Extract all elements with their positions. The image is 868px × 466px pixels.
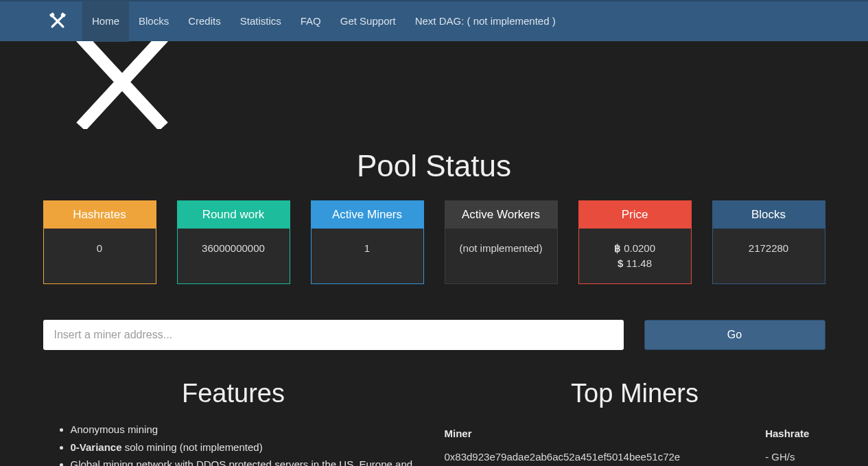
go-button[interactable]: Go: [644, 320, 825, 350]
miner-address-input[interactable]: [43, 320, 624, 350]
features-list: Anonymous mining 0-Variance solo mining …: [43, 422, 424, 466]
nav-next-dag: Next DAG: ( not implemented ): [406, 1, 565, 42]
feature-text: solo mining (not implemented): [122, 441, 263, 453]
nav-faq[interactable]: FAQ: [291, 1, 331, 42]
col-hashrate: Hashrate: [765, 422, 825, 445]
stat-active-workers-label: Active Workers: [445, 201, 557, 229]
nav-blocks[interactable]: Blocks: [129, 1, 178, 42]
dollar-symbol: $: [618, 257, 623, 269]
stat-active-workers-value: (not implemented): [445, 229, 557, 268]
stat-hashrates-value: 0: [44, 229, 156, 268]
miner-address: 0x83d923e79adae2ab6ac52a451ef5014bee51c7…: [445, 445, 766, 466]
stat-price-btc-value: 0.0200: [624, 242, 655, 254]
stat-active-miners-label: Active Miners: [312, 201, 423, 229]
table-row: 0x83d923e79adae2ab6ac52a451ef5014bee51c7…: [445, 445, 825, 466]
top-miners-table: Miner Hashrate 0x83d923e79adae2ab6ac52a4…: [445, 422, 825, 466]
stat-price-label: Price: [579, 201, 691, 229]
stat-active-miners-value: 1: [312, 229, 423, 268]
col-miner: Miner: [445, 422, 766, 445]
stat-price-btc: ฿ 0.0200: [583, 241, 687, 256]
stat-hashrates-label: Hashrates: [44, 201, 156, 229]
feature-item: 0-Variance solo mining (not implemented): [71, 440, 424, 455]
bitcoin-symbol: ฿: [614, 242, 621, 254]
miner-hashrate: - GH/s: [765, 445, 825, 466]
stat-active-workers: Active Workers (not implemented): [445, 200, 558, 284]
brand-logo[interactable]: [43, 1, 73, 42]
features-heading: Features: [43, 375, 424, 412]
feature-item: Anonymous mining: [71, 422, 424, 437]
feature-item: Global mining network with DDOS protecte…: [71, 457, 424, 466]
stat-blocks-label: Blocks: [713, 201, 825, 229]
stat-round-work-value: 36000000000: [178, 229, 290, 268]
stat-blocks-value: 2172280: [713, 229, 825, 268]
page-title: Pool Status: [43, 144, 825, 188]
stat-blocks: Blocks 2172280: [712, 200, 825, 284]
stat-price-usd: $ 11.48: [583, 256, 687, 271]
stat-price: Price ฿ 0.0200 $ 11.48: [578, 200, 692, 284]
stat-round-work-label: Round work: [178, 201, 290, 229]
stat-round-work: Round work 36000000000: [177, 200, 290, 284]
hero-logo: [60, 41, 825, 133]
nav-statistics[interactable]: Statistics: [231, 1, 291, 42]
stat-hashrates: Hashrates 0: [43, 200, 156, 284]
top-miners-heading: Top Miners: [445, 375, 825, 412]
nav-support[interactable]: Get Support: [331, 1, 406, 42]
stat-price-usd-value: 11.48: [626, 257, 652, 269]
nav-home[interactable]: Home: [82, 1, 129, 42]
nav-credits[interactable]: Credits: [178, 1, 231, 42]
feature-strong: 0-Variance: [71, 441, 122, 453]
stat-active-miners: Active Miners 1: [311, 200, 424, 284]
